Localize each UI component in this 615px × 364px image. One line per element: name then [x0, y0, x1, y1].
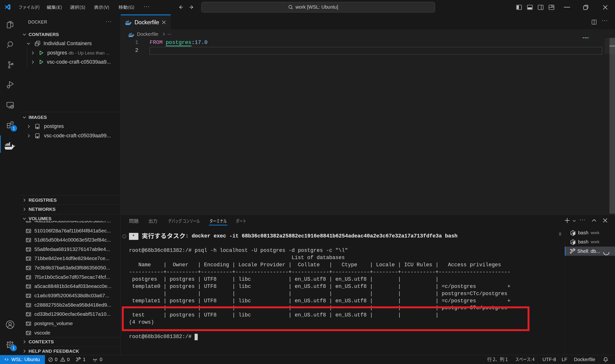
svg-text:$: $ — [574, 233, 575, 235]
svg-text:$: $ — [574, 243, 575, 245]
